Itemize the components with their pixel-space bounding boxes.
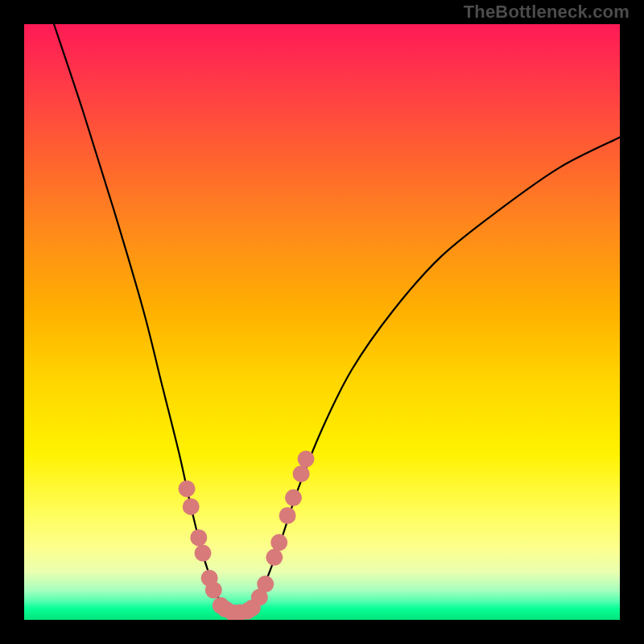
curve-svg bbox=[24, 24, 620, 620]
marker-dot bbox=[257, 576, 274, 592]
marker-dot bbox=[285, 489, 302, 506]
marker-dot bbox=[298, 451, 315, 468]
marker-group bbox=[179, 451, 315, 620]
chart-container: TheBottleneck.com bbox=[0, 0, 644, 644]
marker-dot bbox=[266, 549, 283, 566]
marker-dot bbox=[195, 545, 212, 562]
watermark-text: TheBottleneck.com bbox=[464, 2, 630, 23]
marker-dot bbox=[183, 498, 200, 515]
marker-dot bbox=[205, 582, 222, 599]
marker-dot bbox=[279, 507, 296, 524]
plot-area bbox=[24, 24, 620, 620]
bottleneck-curve bbox=[54, 24, 620, 613]
marker-dot bbox=[179, 481, 196, 497]
marker-dot bbox=[293, 465, 310, 482]
marker-dot bbox=[190, 529, 207, 546]
marker-dot bbox=[270, 534, 287, 551]
curve-group bbox=[54, 24, 620, 613]
